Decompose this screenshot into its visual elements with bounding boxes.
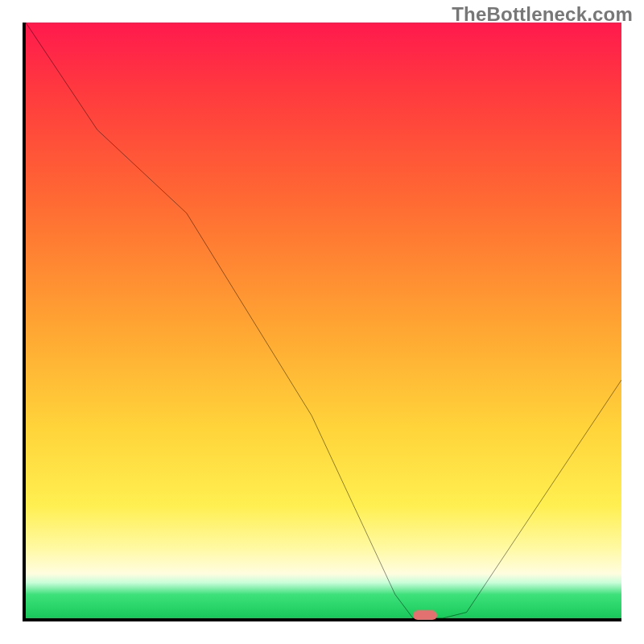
chart-container: TheBottleneck.com (0, 0, 644, 644)
bottleneck-gradient (26, 23, 621, 618)
plot-area (23, 23, 621, 621)
